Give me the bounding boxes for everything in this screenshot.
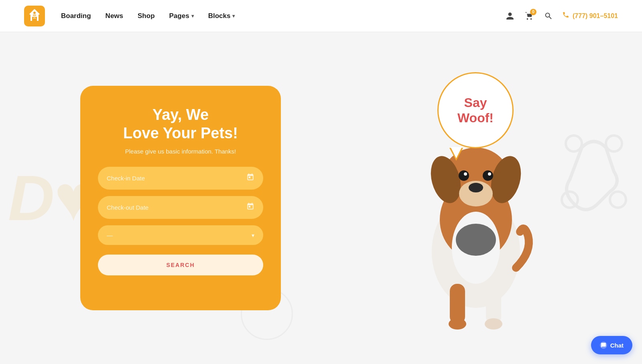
cart-badge: 0 <box>530 9 536 15</box>
user-icon[interactable] <box>504 10 516 22</box>
cart-icon[interactable]: 0 <box>524 10 535 22</box>
svg-point-12 <box>469 183 483 192</box>
svg-point-3 <box>606 135 622 152</box>
calendar-icon <box>246 173 254 183</box>
svg-point-16 <box>488 172 491 176</box>
booking-title: Yay, WeLove Your Pets! <box>123 106 238 142</box>
svg-point-5 <box>610 192 626 208</box>
svg-point-13 <box>459 170 469 181</box>
svg-rect-18 <box>450 284 465 324</box>
svg-point-14 <box>483 170 493 181</box>
svg-point-22 <box>456 224 496 256</box>
search-icon[interactable] <box>543 10 554 22</box>
pet-type-select[interactable]: — Dog Cat Other ▾ <box>98 225 263 245</box>
checkin-field[interactable] <box>98 167 263 190</box>
main-content: D♥D Yay, WeLove Your Pets! Please give u… <box>0 32 642 364</box>
header-left: Boarding News Shop Pages ▾ Blocks ▾ <box>24 6 235 26</box>
nav-shop[interactable]: Shop <box>138 12 155 20</box>
svg-rect-19 <box>486 284 501 324</box>
checkin-input[interactable] <box>107 175 246 182</box>
chevron-down-icon: ▾ <box>191 13 194 19</box>
nav-pages[interactable]: Pages ▾ <box>169 12 194 20</box>
svg-point-20 <box>449 318 466 330</box>
svg-point-21 <box>485 318 502 330</box>
nav-news[interactable]: News <box>106 12 123 20</box>
dropdown-arrow-icon: ▾ <box>252 232 254 239</box>
site-header: Boarding News Shop Pages ▾ Blocks ▾ 0 <box>0 0 642 32</box>
checkout-input[interactable] <box>107 204 246 211</box>
checkout-field[interactable] <box>98 196 263 219</box>
booking-subtitle: Please give us basic information. Thanks… <box>125 148 236 155</box>
speech-bubble: Say Woof! <box>437 72 514 148</box>
nav-boarding[interactable]: Boarding <box>61 12 91 20</box>
chevron-down-icon: ▾ <box>232 13 235 19</box>
booking-card: Yay, WeLove Your Pets! Please give us ba… <box>80 86 281 310</box>
pet-type-dropdown[interactable]: — Dog Cat Other <box>107 232 252 239</box>
search-button[interactable]: search <box>98 255 263 275</box>
header-right: 0 (777) 901–5101 <box>504 10 618 22</box>
svg-point-1 <box>33 12 36 14</box>
chat-button[interactable]: Chat <box>591 336 632 354</box>
nav-blocks[interactable]: Blocks ▾ <box>208 12 235 20</box>
logo[interactable] <box>24 6 45 26</box>
phone-link[interactable]: (777) 901–5101 <box>562 11 618 20</box>
hero-right: Say Woof! <box>281 56 594 340</box>
calendar-icon <box>246 202 254 212</box>
phone-icon <box>562 11 569 20</box>
main-nav: Boarding News Shop Pages ▾ Blocks ▾ <box>61 12 235 20</box>
bubble-text: Say Woof! <box>457 95 494 126</box>
chat-label: Chat <box>610 342 624 349</box>
phone-number: (777) 901–5101 <box>573 12 618 20</box>
chat-bubble-icon <box>600 342 607 349</box>
svg-point-15 <box>464 172 467 176</box>
